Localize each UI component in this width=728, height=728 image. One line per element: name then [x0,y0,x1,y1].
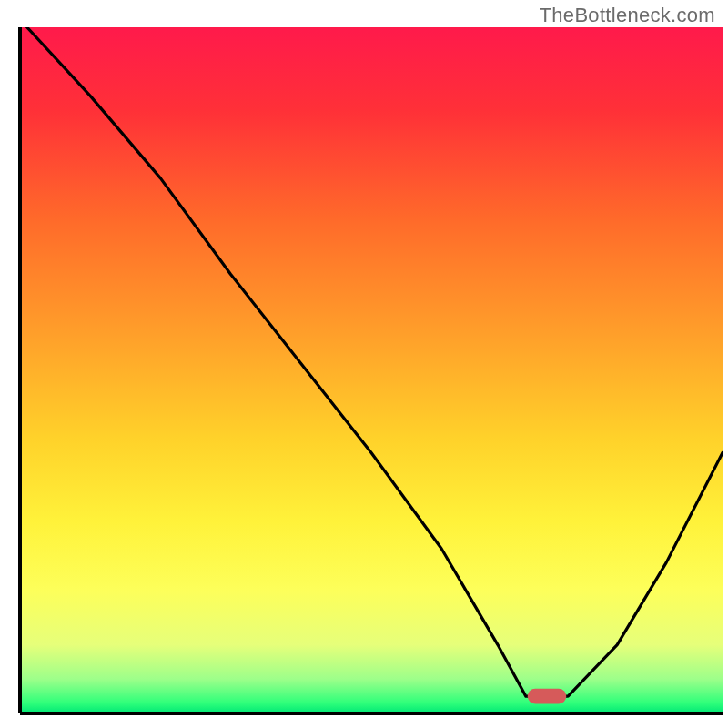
chart-container: TheBottleneck.com [0,0,728,728]
bottleneck-curve-chart [0,0,728,728]
watermark-text: TheBottleneck.com [540,4,715,27]
gradient-background [20,27,723,713]
optimal-point-marker [528,689,566,704]
